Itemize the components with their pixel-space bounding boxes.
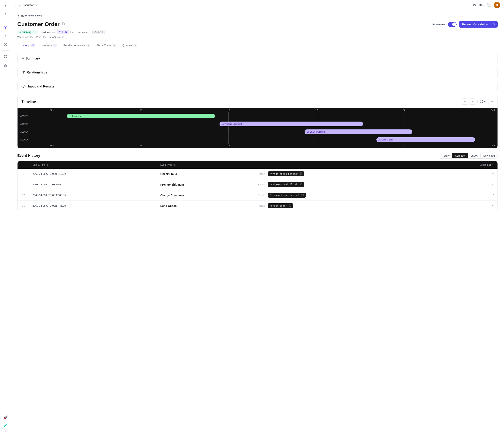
back-link[interactable]: Back to workflows <box>17 14 498 17</box>
result-copy-icon[interactable] <box>300 172 302 176</box>
svg-rect-6 <box>4 65 5 67</box>
task-queue-label: TaskQueue <box>49 36 61 39</box>
svg-point-20 <box>23 73 24 74</box>
timeline-bar-charge-consumer[interactable]: 17 Charge Consumer <box>305 130 412 134</box>
col-event-type: Event Type <box>157 161 255 169</box>
request-cancelation-button[interactable]: Request Cancelation <box>459 21 491 28</box>
auto-refresh-control: Auto refresh <box>432 22 457 27</box>
workflow-title: Customer Order <box>17 21 60 27</box>
timeline-collapse-icon[interactable] <box>490 100 494 103</box>
row-expand[interactable] <box>430 190 497 201</box>
timeline-label-4: Activity <box>18 136 49 144</box>
view-tab-download[interactable]: Download <box>480 153 497 158</box>
table-row: 11 2063-04-05 UTC 03:15:55.01 Prepare Sh… <box>18 179 497 190</box>
auto-refresh-label: Auto refresh <box>432 23 446 26</box>
env-selector[interactable]: Production <box>15 2 41 8</box>
last-used-version-badge: 3.11 <box>92 30 105 34</box>
result-value: "fraud check passed" <box>268 171 305 176</box>
tab-queries-badge: 0 <box>133 44 137 47</box>
row-datetime: 2063-04-05 UTC 03:15:55.01 <box>29 179 157 190</box>
workflow-id-label: WorkflowID <box>17 36 29 39</box>
row-event-type: Charge Consumer <box>157 190 255 201</box>
sidebar-rocket-icon[interactable]: 🚀 <box>2 414 9 421</box>
result-copy-icon[interactable] <box>288 204 291 207</box>
event-type-filter-icon[interactable] <box>173 164 176 166</box>
auto-refresh-toggle[interactable] <box>448 22 457 27</box>
back-label: Back to workflows <box>21 14 42 17</box>
expand-all-label: Expand all <box>480 164 491 166</box>
row-expand[interactable] <box>430 201 497 211</box>
view-tab-compact[interactable]: Compact <box>452 153 468 158</box>
timeline-row-1: 5 Check Fraud <box>49 112 497 120</box>
env-label: Production <box>22 4 34 7</box>
sidebar-schedules-icon[interactable] <box>2 41 9 48</box>
keyboard-shortcut-icon[interactable] <box>487 3 491 7</box>
relationships-section: Relationships <box>17 67 498 78</box>
view-tab-json[interactable]: JSON <box>468 153 481 158</box>
timeline-bar-send-goods[interactable]: 21 Send Goods <box>377 137 475 142</box>
relationships-section-header[interactable]: Relationships <box>18 67 497 78</box>
timeline-bar-check-fraud[interactable]: 5 Check Fraud <box>67 114 215 118</box>
relationships-chevron-icon <box>490 71 494 74</box>
timeline-axis-17: 17 <box>315 109 318 111</box>
request-cancelation-dropdown[interactable] <box>491 21 498 28</box>
input-results-section-header[interactable]: </> Input and Results <box>18 81 497 92</box>
event-history-table: Date & Time Event Type <box>18 161 497 211</box>
summary-section-header[interactable]: ✳ Summary <box>18 53 497 64</box>
tab-history[interactable]: History 25 <box>17 42 39 49</box>
sidebar-integrations-icon[interactable] <box>2 62 9 69</box>
timeline-axis-start: Start <box>50 109 54 111</box>
row-expand[interactable] <box>430 179 497 190</box>
event-view-tabs: History Compact JSON Download <box>439 153 498 159</box>
sidebar-chevron-icon[interactable] <box>2 10 9 17</box>
timezone-selector[interactable]: UTC <box>473 4 485 7</box>
view-tab-history[interactable]: History <box>439 153 452 158</box>
expand-all-chevron-icon <box>492 164 494 166</box>
timeline-bar-label-3: 17 Charge Consumer <box>306 131 327 133</box>
sidebar-settings-icon[interactable] <box>2 53 9 60</box>
sidebar-workflows-icon[interactable] <box>2 24 9 31</box>
svg-point-1 <box>5 27 6 28</box>
task-queue-copy-icon[interactable] <box>62 36 64 39</box>
row-result: Result "shipment fulfilled" <box>255 179 430 190</box>
next-version-badge[interactable]: 3.12 <box>57 30 69 34</box>
tab-history-label: History <box>20 44 29 47</box>
timeline-labels: Activity Activity Activity Activity <box>18 112 49 144</box>
col-datetime[interactable]: Date & Time <box>29 161 157 169</box>
workflow-id-copy-icon[interactable] <box>30 36 33 39</box>
col-expand[interactable]: Expand all <box>430 161 497 169</box>
tab-workers[interactable]: Workers 1 <box>39 42 60 49</box>
row-id: 5 <box>18 169 29 179</box>
task-queue-item: TaskQueue <box>49 36 64 39</box>
col-datetime-label: Date & Time <box>33 164 45 166</box>
tab-pending-label: Pending Activities <box>63 44 85 47</box>
row-id: 17 <box>18 190 29 201</box>
timeline-zoom-out-button[interactable]: − <box>469 98 476 105</box>
timeline-fit-button[interactable]: Fit <box>477 99 489 104</box>
user-avatar[interactable]: U <box>494 2 500 8</box>
result-copy-icon[interactable] <box>300 183 302 186</box>
timeline-row-4: 21 Send Goods <box>49 136 497 144</box>
status-row: Running Next version: 3.12 Last used ver… <box>17 30 498 34</box>
svg-point-18 <box>22 71 23 72</box>
row-event-type: Prepare Shipment <box>157 179 255 190</box>
next-version-value: 3.12 <box>62 31 68 34</box>
tab-pending[interactable]: Pending Activities 0 <box>60 42 93 49</box>
row-id: 11 <box>18 179 29 190</box>
row-expand[interactable] <box>430 169 497 179</box>
sidebar-flask-icon[interactable]: 🧪 <box>2 422 9 429</box>
workflow-title-copy-icon[interactable] <box>62 22 65 27</box>
timeline-bar-prepare-shipment[interactable]: 11 Prepare Shipment <box>219 121 363 126</box>
request-cancelation-group: Request Cancelation <box>459 21 498 28</box>
tab-queries[interactable]: Queries 0 <box>119 42 140 49</box>
sidebar-arrow-icon[interactable] <box>2 2 9 9</box>
sidebar-activity-icon[interactable] <box>2 32 9 39</box>
run-id-copy-icon[interactable] <box>43 36 46 39</box>
result-copy-icon[interactable] <box>301 194 304 197</box>
timeline-label-1: Activity <box>18 112 49 120</box>
timeline-bar-label-2: 11 Prepare Shipment <box>222 123 242 125</box>
timeline-title: Timeline <box>21 100 36 104</box>
timeline-zoom-in-button[interactable]: + <box>462 98 468 105</box>
tab-stack-trace[interactable]: Stack Trace 0 <box>93 42 119 49</box>
timeline-section: Timeline + − Fit <box>17 95 498 148</box>
